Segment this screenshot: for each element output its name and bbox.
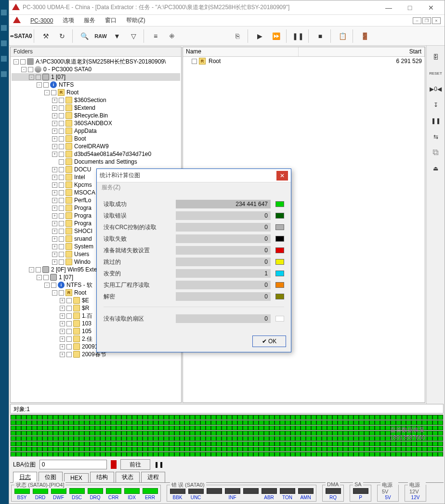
tree-checkbox[interactable] xyxy=(43,275,49,280)
mdi-restore-button[interactable]: ❐ xyxy=(422,17,431,24)
dialog-close-button[interactable]: ✕ xyxy=(276,171,288,181)
tree-checkbox[interactable] xyxy=(36,267,41,272)
tool-clipboard-icon[interactable]: 📋 xyxy=(335,28,350,44)
tree-expander[interactable]: - xyxy=(29,75,34,80)
tree-item[interactable]: -A:\PC3000\泉道老刘SM2258H长忙BSY-20180909\ xyxy=(12,58,180,65)
tree-expander[interactable]: - xyxy=(37,82,42,88)
tree-item[interactable]: -1 [07] xyxy=(12,73,180,81)
tree-expander[interactable]: + xyxy=(60,344,65,349)
tree-item[interactable]: +$Extend xyxy=(12,104,180,112)
tree-checkbox[interactable] xyxy=(59,229,64,234)
tree-expander[interactable]: + xyxy=(52,98,57,103)
tree-expander[interactable]: + xyxy=(52,259,57,265)
mdi-min-button[interactable]: – xyxy=(413,17,421,24)
goto-button[interactable]: 前往 xyxy=(120,459,150,470)
tree-checkbox[interactable] xyxy=(59,167,64,172)
rtool-pin-icon[interactable]: ↧ xyxy=(429,98,443,112)
tree-checkbox[interactable] xyxy=(59,290,64,296)
tree-item[interactable]: -RRoot xyxy=(12,89,180,96)
tree-checkbox[interactable] xyxy=(59,213,64,219)
tree-checkbox[interactable] xyxy=(59,113,64,118)
tree-checkbox[interactable] xyxy=(59,252,64,257)
tree-checkbox[interactable] xyxy=(36,75,41,80)
raw-button[interactable]: RAW xyxy=(93,28,108,44)
rtool-eject-icon[interactable]: ⏏ xyxy=(429,161,443,176)
stop-button[interactable]: ■ xyxy=(313,28,328,44)
tab-process[interactable]: 进程 xyxy=(141,472,165,483)
tree-checkbox[interactable] xyxy=(28,67,33,72)
tree-checkbox[interactable] xyxy=(59,175,64,180)
tree-expander[interactable]: + xyxy=(52,206,57,211)
tool-sliders2-icon[interactable]: ⁜ xyxy=(164,28,180,44)
tree-item[interactable]: +Boot xyxy=(12,135,180,142)
menu-window[interactable]: 窗口 xyxy=(100,15,121,26)
tree-checkbox[interactable] xyxy=(59,259,64,265)
tool-exit-icon[interactable]: 🚪 xyxy=(357,28,372,44)
sector-map[interactable] xyxy=(10,414,444,457)
list-row[interactable]: RRoot 6 291 529 xyxy=(183,57,425,65)
tool-sliders1-icon[interactable]: ≡ xyxy=(148,28,163,44)
tree-checkbox[interactable] xyxy=(66,329,72,334)
tree-checkbox[interactable] xyxy=(43,82,49,88)
tree-expander[interactable]: + xyxy=(60,329,65,334)
tree-expander[interactable]: + xyxy=(60,313,65,319)
tree-checkbox[interactable] xyxy=(59,105,64,111)
tree-checkbox[interactable] xyxy=(59,236,64,242)
tree-checkbox[interactable] xyxy=(59,182,64,188)
tree-item[interactable]: +$Recycle.Bin xyxy=(12,112,180,119)
tree-expander[interactable]: + xyxy=(60,336,65,342)
tree-item[interactable]: +AppData xyxy=(12,127,180,135)
tree-checkbox[interactable] xyxy=(59,206,64,211)
tree-item[interactable]: +CorelDRAW9 xyxy=(12,142,180,150)
rtool-reset-button[interactable]: RESET xyxy=(429,66,443,80)
tree-expander[interactable]: + xyxy=(52,121,57,126)
mdi-close-button[interactable]: × xyxy=(432,17,441,24)
pause-button[interactable]: ❚❚ xyxy=(290,28,306,44)
tool-export-icon[interactable]: ⎘ xyxy=(230,28,245,44)
tree-item[interactable]: +360SANDBOX xyxy=(12,119,180,127)
tree-expander[interactable]: - xyxy=(37,275,42,280)
col-start[interactable]: Start xyxy=(299,47,425,56)
menu-options[interactable]: 选项 xyxy=(58,15,79,26)
tool-binoculars-icon[interactable]: 🔍 xyxy=(77,28,92,44)
tree-checkbox[interactable] xyxy=(20,59,26,65)
tree-checkbox[interactable] xyxy=(66,298,72,303)
tool-filter2-icon[interactable]: ▽ xyxy=(126,28,141,44)
tree-checkbox[interactable] xyxy=(51,90,56,95)
tab-hex[interactable]: HEX xyxy=(64,473,89,483)
tree-expander[interactable]: + xyxy=(52,190,57,195)
col-name[interactable]: Name xyxy=(183,47,299,56)
menu-app[interactable]: PC-3000 xyxy=(26,16,58,25)
tree-item[interactable]: -iNTFS xyxy=(12,81,180,89)
tree-expander[interactable]: - xyxy=(44,90,50,95)
tree-item[interactable]: Documents and Settings xyxy=(12,158,180,166)
tree-expander[interactable]: + xyxy=(60,306,65,311)
menu-service[interactable]: 服务 xyxy=(79,15,100,26)
tree-expander[interactable]: + xyxy=(52,213,57,219)
tree-expander[interactable]: + xyxy=(52,229,57,234)
tree-expander[interactable]: + xyxy=(52,198,57,203)
tree-expander[interactable]: + xyxy=(52,113,57,118)
play-button[interactable]: ▶ xyxy=(252,28,267,44)
rtool-copy-icon[interactable]: ⿻ xyxy=(429,145,443,160)
tree-expander[interactable]: + xyxy=(60,352,65,357)
tree-expander[interactable]: + xyxy=(52,182,57,188)
menu-help[interactable]: 帮助(Z) xyxy=(121,15,150,26)
tree-expander[interactable]: - xyxy=(29,267,34,272)
tree-checkbox[interactable] xyxy=(59,129,64,134)
tree-checkbox[interactable] xyxy=(59,159,64,165)
tree-expander[interactable]: + xyxy=(52,129,57,134)
rtool-pause-icon[interactable]: ❚❚ xyxy=(429,114,443,128)
tree-item[interactable]: +$360Section xyxy=(12,96,180,104)
dialog-ok-button[interactable]: ✔ OK xyxy=(252,336,286,347)
close-button[interactable]: ✕ xyxy=(420,1,442,14)
maximize-button[interactable]: □ xyxy=(399,1,420,14)
tab-state[interactable]: 状态 xyxy=(116,472,140,483)
tree-expander[interactable]: + xyxy=(52,236,57,242)
tree-checkbox[interactable] xyxy=(66,306,72,311)
tree-item[interactable]: -0 - PC3000 SATA0 xyxy=(12,65,180,73)
rtool-disk-icon[interactable]: 🗄 xyxy=(429,50,443,65)
tree-checkbox[interactable] xyxy=(66,313,72,319)
tree-expander[interactable]: + xyxy=(52,175,57,180)
tree-checkbox[interactable] xyxy=(59,98,64,103)
